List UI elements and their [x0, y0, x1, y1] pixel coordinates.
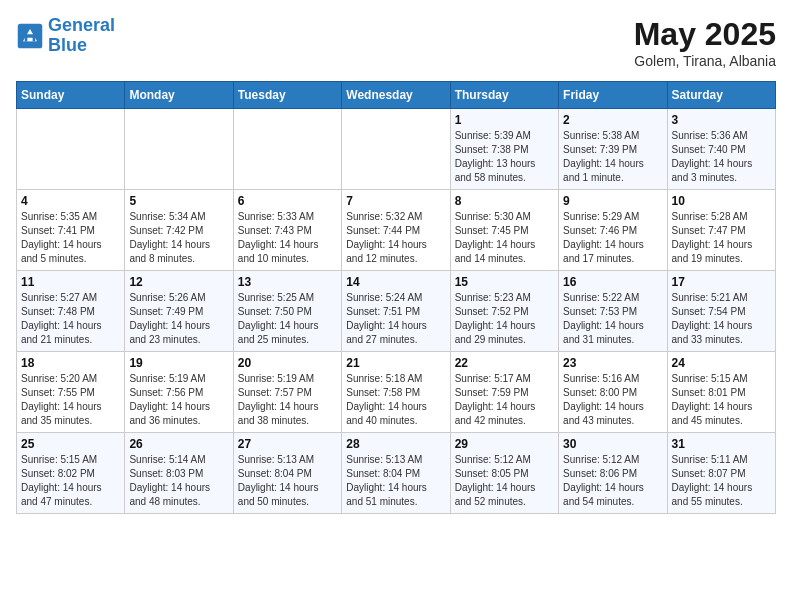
day-number: 7 — [346, 194, 445, 208]
weekday-header: Thursday — [450, 82, 558, 109]
day-info: Sunrise: 5:16 AM Sunset: 8:00 PM Dayligh… — [563, 372, 662, 428]
calendar-cell: 6Sunrise: 5:33 AM Sunset: 7:43 PM Daylig… — [233, 190, 341, 271]
logo: General Blue — [16, 16, 115, 56]
calendar-cell: 23Sunrise: 5:16 AM Sunset: 8:00 PM Dayli… — [559, 352, 667, 433]
day-number: 9 — [563, 194, 662, 208]
calendar-cell: 2Sunrise: 5:38 AM Sunset: 7:39 PM Daylig… — [559, 109, 667, 190]
day-info: Sunrise: 5:36 AM Sunset: 7:40 PM Dayligh… — [672, 129, 771, 185]
day-number: 5 — [129, 194, 228, 208]
calendar-week-row: 25Sunrise: 5:15 AM Sunset: 8:02 PM Dayli… — [17, 433, 776, 514]
day-number: 22 — [455, 356, 554, 370]
calendar-cell — [125, 109, 233, 190]
day-number: 20 — [238, 356, 337, 370]
day-info: Sunrise: 5:28 AM Sunset: 7:47 PM Dayligh… — [672, 210, 771, 266]
day-number: 13 — [238, 275, 337, 289]
calendar-week-row: 1Sunrise: 5:39 AM Sunset: 7:38 PM Daylig… — [17, 109, 776, 190]
day-number: 17 — [672, 275, 771, 289]
calendar-cell: 15Sunrise: 5:23 AM Sunset: 7:52 PM Dayli… — [450, 271, 558, 352]
day-number: 1 — [455, 113, 554, 127]
day-info: Sunrise: 5:39 AM Sunset: 7:38 PM Dayligh… — [455, 129, 554, 185]
title-block: May 2025 Golem, Tirana, Albania — [634, 16, 776, 69]
day-number: 24 — [672, 356, 771, 370]
calendar-cell: 3Sunrise: 5:36 AM Sunset: 7:40 PM Daylig… — [667, 109, 775, 190]
calendar-cell: 17Sunrise: 5:21 AM Sunset: 7:54 PM Dayli… — [667, 271, 775, 352]
calendar-cell: 20Sunrise: 5:19 AM Sunset: 7:57 PM Dayli… — [233, 352, 341, 433]
day-number: 12 — [129, 275, 228, 289]
calendar-cell: 29Sunrise: 5:12 AM Sunset: 8:05 PM Dayli… — [450, 433, 558, 514]
day-info: Sunrise: 5:25 AM Sunset: 7:50 PM Dayligh… — [238, 291, 337, 347]
calendar-cell: 27Sunrise: 5:13 AM Sunset: 8:04 PM Dayli… — [233, 433, 341, 514]
day-info: Sunrise: 5:11 AM Sunset: 8:07 PM Dayligh… — [672, 453, 771, 509]
calendar-cell — [17, 109, 125, 190]
calendar-cell: 4Sunrise: 5:35 AM Sunset: 7:41 PM Daylig… — [17, 190, 125, 271]
calendar-cell: 12Sunrise: 5:26 AM Sunset: 7:49 PM Dayli… — [125, 271, 233, 352]
calendar-week-row: 4Sunrise: 5:35 AM Sunset: 7:41 PM Daylig… — [17, 190, 776, 271]
day-info: Sunrise: 5:19 AM Sunset: 7:57 PM Dayligh… — [238, 372, 337, 428]
day-info: Sunrise: 5:32 AM Sunset: 7:44 PM Dayligh… — [346, 210, 445, 266]
logo-icon — [16, 22, 44, 50]
day-info: Sunrise: 5:21 AM Sunset: 7:54 PM Dayligh… — [672, 291, 771, 347]
day-info: Sunrise: 5:13 AM Sunset: 8:04 PM Dayligh… — [238, 453, 337, 509]
day-info: Sunrise: 5:27 AM Sunset: 7:48 PM Dayligh… — [21, 291, 120, 347]
day-number: 23 — [563, 356, 662, 370]
page-header: General Blue May 2025 Golem, Tirana, Alb… — [16, 16, 776, 69]
calendar-cell: 28Sunrise: 5:13 AM Sunset: 8:04 PM Dayli… — [342, 433, 450, 514]
day-info: Sunrise: 5:12 AM Sunset: 8:06 PM Dayligh… — [563, 453, 662, 509]
day-number: 8 — [455, 194, 554, 208]
calendar-cell: 21Sunrise: 5:18 AM Sunset: 7:58 PM Dayli… — [342, 352, 450, 433]
weekday-header: Friday — [559, 82, 667, 109]
day-info: Sunrise: 5:24 AM Sunset: 7:51 PM Dayligh… — [346, 291, 445, 347]
day-number: 18 — [21, 356, 120, 370]
calendar-cell: 10Sunrise: 5:28 AM Sunset: 7:47 PM Dayli… — [667, 190, 775, 271]
day-number: 10 — [672, 194, 771, 208]
day-info: Sunrise: 5:26 AM Sunset: 7:49 PM Dayligh… — [129, 291, 228, 347]
day-number: 2 — [563, 113, 662, 127]
svg-rect-3 — [27, 38, 32, 42]
day-info: Sunrise: 5:12 AM Sunset: 8:05 PM Dayligh… — [455, 453, 554, 509]
calendar-cell: 7Sunrise: 5:32 AM Sunset: 7:44 PM Daylig… — [342, 190, 450, 271]
day-number: 27 — [238, 437, 337, 451]
calendar-cell: 22Sunrise: 5:17 AM Sunset: 7:59 PM Dayli… — [450, 352, 558, 433]
day-number: 30 — [563, 437, 662, 451]
calendar-cell: 24Sunrise: 5:15 AM Sunset: 8:01 PM Dayli… — [667, 352, 775, 433]
calendar-cell: 1Sunrise: 5:39 AM Sunset: 7:38 PM Daylig… — [450, 109, 558, 190]
calendar-cell: 26Sunrise: 5:14 AM Sunset: 8:03 PM Dayli… — [125, 433, 233, 514]
day-number: 14 — [346, 275, 445, 289]
calendar-week-row: 11Sunrise: 5:27 AM Sunset: 7:48 PM Dayli… — [17, 271, 776, 352]
day-info: Sunrise: 5:13 AM Sunset: 8:04 PM Dayligh… — [346, 453, 445, 509]
day-info: Sunrise: 5:18 AM Sunset: 7:58 PM Dayligh… — [346, 372, 445, 428]
weekday-header: Tuesday — [233, 82, 341, 109]
calendar-cell — [342, 109, 450, 190]
day-number: 28 — [346, 437, 445, 451]
calendar-cell — [233, 109, 341, 190]
day-info: Sunrise: 5:34 AM Sunset: 7:42 PM Dayligh… — [129, 210, 228, 266]
calendar-cell: 13Sunrise: 5:25 AM Sunset: 7:50 PM Dayli… — [233, 271, 341, 352]
weekday-header: Monday — [125, 82, 233, 109]
weekday-header: Sunday — [17, 82, 125, 109]
calendar-cell: 31Sunrise: 5:11 AM Sunset: 8:07 PM Dayli… — [667, 433, 775, 514]
calendar-cell: 9Sunrise: 5:29 AM Sunset: 7:46 PM Daylig… — [559, 190, 667, 271]
calendar-cell: 14Sunrise: 5:24 AM Sunset: 7:51 PM Dayli… — [342, 271, 450, 352]
calendar-week-row: 18Sunrise: 5:20 AM Sunset: 7:55 PM Dayli… — [17, 352, 776, 433]
calendar-cell: 18Sunrise: 5:20 AM Sunset: 7:55 PM Dayli… — [17, 352, 125, 433]
day-number: 19 — [129, 356, 228, 370]
day-info: Sunrise: 5:38 AM Sunset: 7:39 PM Dayligh… — [563, 129, 662, 185]
calendar-body: 1Sunrise: 5:39 AM Sunset: 7:38 PM Daylig… — [17, 109, 776, 514]
weekday-header: Wednesday — [342, 82, 450, 109]
main-title: May 2025 — [634, 16, 776, 53]
day-number: 26 — [129, 437, 228, 451]
day-info: Sunrise: 5:35 AM Sunset: 7:41 PM Dayligh… — [21, 210, 120, 266]
day-info: Sunrise: 5:19 AM Sunset: 7:56 PM Dayligh… — [129, 372, 228, 428]
day-number: 11 — [21, 275, 120, 289]
day-number: 29 — [455, 437, 554, 451]
calendar-header-row: SundayMondayTuesdayWednesdayThursdayFrid… — [17, 82, 776, 109]
calendar-table: SundayMondayTuesdayWednesdayThursdayFrid… — [16, 81, 776, 514]
calendar-cell: 5Sunrise: 5:34 AM Sunset: 7:42 PM Daylig… — [125, 190, 233, 271]
calendar-cell: 11Sunrise: 5:27 AM Sunset: 7:48 PM Dayli… — [17, 271, 125, 352]
day-info: Sunrise: 5:14 AM Sunset: 8:03 PM Dayligh… — [129, 453, 228, 509]
day-number: 25 — [21, 437, 120, 451]
logo-text: General Blue — [48, 16, 115, 56]
day-number: 21 — [346, 356, 445, 370]
day-info: Sunrise: 5:20 AM Sunset: 7:55 PM Dayligh… — [21, 372, 120, 428]
calendar-cell: 30Sunrise: 5:12 AM Sunset: 8:06 PM Dayli… — [559, 433, 667, 514]
